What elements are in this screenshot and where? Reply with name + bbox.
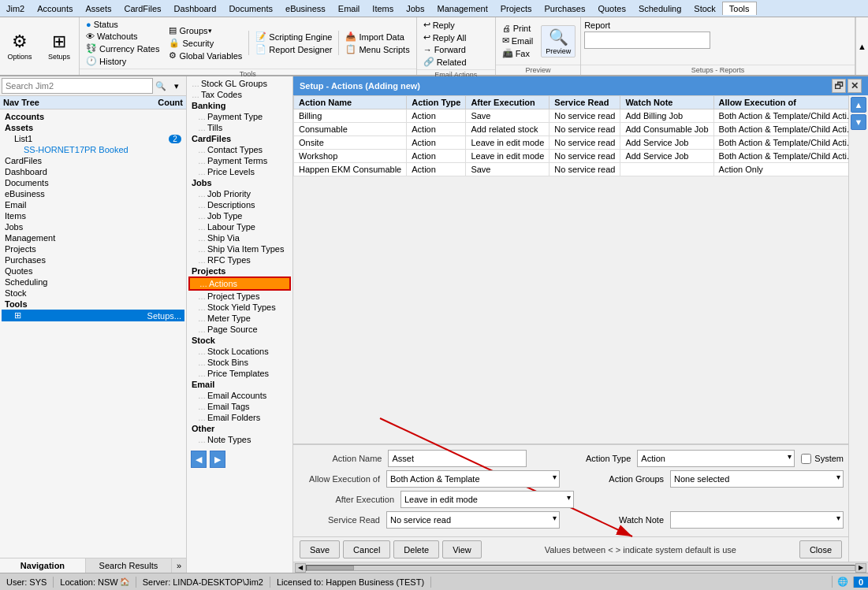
menu-scheduling[interactable]: Scheduling [632, 2, 687, 15]
nav-item-dashboard[interactable]: Dashboard [2, 166, 184, 177]
import-data-button[interactable]: 📥Import Data [342, 31, 412, 43]
status-button[interactable]: ●Status [83, 19, 162, 30]
nav-item-ebusiness[interactable]: eBusiness [2, 188, 184, 199]
options-button[interactable]: ⚙ Options [0, 17, 39, 75]
report-designer-button[interactable]: 📄Report Designer [252, 43, 335, 55]
tree-banking[interactable]: Banking [188, 100, 291, 111]
tree-other-header[interactable]: Other [188, 423, 291, 434]
global-vars-button[interactable]: ⚙Global Variables [166, 50, 245, 61]
nav-tab-search-results[interactable]: Search Results [86, 558, 172, 573]
fax-button[interactable]: 📠Fax [499, 47, 537, 59]
nav-item-cardfiles[interactable]: CardFiles [2, 155, 184, 166]
nav-item-list1[interactable]: List1 2 [2, 133, 184, 144]
tree-payment-type[interactable]: …Payment Type [188, 111, 291, 122]
nav-item-email[interactable]: Email [2, 199, 184, 210]
menu-assets[interactable]: Assets [79, 2, 117, 15]
watch-note-select[interactable] [670, 511, 844, 529]
nav-item-assets[interactable]: Assets [2, 122, 184, 133]
currency-rates-button[interactable]: 💱Currency Rates [83, 43, 162, 54]
table-row[interactable]: Onsite Action Leave in edit mode No serv… [294, 136, 849, 150]
menu-quotes[interactable]: Quotes [591, 2, 631, 15]
tree-scroll-right[interactable]: ▶ [210, 451, 225, 468]
allow-execution-select[interactable]: Both Action & Template Action Only Templ… [386, 470, 560, 488]
menu-scripts-button[interactable]: 📋Menu Scripts [342, 43, 412, 55]
scroll-down-button[interactable]: ▼ [851, 114, 866, 130]
nav-item-projects[interactable]: Projects [2, 243, 184, 254]
tree-scroll-left[interactable]: ◀ [191, 451, 207, 468]
menu-jim2[interactable]: Jim2 [0, 2, 31, 15]
table-container[interactable]: Action Name Action Type After Execution … [293, 95, 848, 443]
table-row[interactable]: Happen EKM Consumable Action Save No ser… [294, 163, 849, 176]
menu-documents[interactable]: Documents [222, 2, 279, 15]
horiz-scrollbar[interactable]: ◀ ▶ [293, 562, 868, 573]
nav-item-management[interactable]: Management [2, 232, 184, 243]
tree-email-accounts[interactable]: …Email Accounts [188, 390, 291, 401]
scripting-engine-button[interactable]: 📝Scripting Engine [252, 31, 335, 43]
tree-tills[interactable]: …Tills [188, 122, 291, 133]
action-groups-select[interactable]: None selected [670, 470, 844, 488]
tree-page-source[interactable]: …Page Source [188, 324, 291, 335]
tree-rfc-types[interactable]: …RFC Types [188, 254, 291, 265]
email-preview-button[interactable]: ✉Email [499, 35, 537, 46]
tree-price-templates[interactable]: …Price Templates [188, 368, 291, 379]
tree-stock-gl-groups[interactable]: …Stock GL Groups [188, 78, 291, 89]
preview-big-button[interactable]: 🔍 Preview [541, 25, 576, 58]
nav-item-accounts[interactable]: Accounts [2, 111, 184, 122]
content-restore-button[interactable]: 🗗 [832, 79, 846, 93]
tree-descriptions[interactable]: …Descriptions [188, 199, 291, 210]
close-button[interactable]: Close [799, 540, 842, 558]
menu-dashboard[interactable]: Dashboard [168, 2, 223, 15]
nav-item-jobs[interactable]: Jobs [2, 221, 184, 232]
menu-stock[interactable]: Stock [687, 2, 722, 15]
nav-item-documents[interactable]: Documents [2, 177, 184, 188]
related-button[interactable]: 🔗Related [420, 56, 470, 68]
groups-button[interactable]: ▤Groups▾ [166, 24, 245, 36]
tree-price-levels[interactable]: …Price Levels [188, 166, 291, 177]
nav-item-tools[interactable]: Tools [2, 299, 184, 310]
action-type-select[interactable]: Action Template Child Action [637, 450, 795, 467]
nav-item-setups[interactable]: ⊞ Setups... [2, 310, 184, 321]
scroll-left-arrow[interactable]: ◀ [295, 563, 306, 573]
tree-actions[interactable]: …Actions [188, 276, 291, 291]
scroll-track[interactable] [306, 565, 855, 571]
toolbar-collapse-button[interactable]: ▲ [855, 17, 868, 75]
cancel-button[interactable]: Cancel [343, 540, 390, 558]
tree-project-types[interactable]: …Project Types [188, 291, 291, 302]
tree-stock-bins[interactable]: …Stock Bins [188, 357, 291, 368]
reply-all-button[interactable]: ↩Reply All [420, 32, 470, 43]
security-button[interactable]: 🔒Security [166, 37, 245, 49]
forward-button[interactable]: →Forward [420, 44, 470, 55]
tree-meter-type[interactable]: …Meter Type [188, 313, 291, 324]
history-button[interactable]: 🕐History [83, 55, 162, 67]
tree-stock-locations[interactable]: …Stock Locations [188, 346, 291, 357]
content-close-button[interactable]: ✕ [848, 79, 862, 93]
menu-projects[interactable]: Projects [494, 2, 538, 15]
nav-item-scheduling[interactable]: Scheduling [2, 276, 184, 288]
after-execution-select[interactable]: Leave in edit mode Save Add related stoc… [400, 491, 574, 508]
tree-email-header[interactable]: Email [188, 379, 291, 390]
nav-item-purchases[interactable]: Purchases [2, 254, 184, 265]
tree-payment-terms[interactable]: …Payment Terms [188, 155, 291, 166]
tree-projects-header[interactable]: Projects [188, 265, 291, 276]
menu-email[interactable]: Email [332, 2, 367, 15]
scroll-right-arrow[interactable]: ▶ [855, 563, 866, 573]
service-read-select[interactable]: No service read Service read [386, 511, 560, 529]
report-input[interactable] [584, 32, 710, 49]
menu-management[interactable]: Management [430, 2, 494, 15]
tree-email-tags[interactable]: …Email Tags [188, 401, 291, 412]
nav-item-stock[interactable]: Stock [2, 288, 184, 299]
tree-job-type[interactable]: …Job Type [188, 210, 291, 221]
delete-button[interactable]: Delete [393, 540, 439, 558]
setups-button[interactable]: ⊞ Setups [39, 17, 79, 75]
menu-purchases[interactable]: Purchases [538, 2, 591, 15]
menu-ebusiness[interactable]: eBusiness [279, 2, 332, 15]
tree-cardfiles-header[interactable]: CardFiles [188, 133, 291, 144]
menu-tools[interactable]: Tools [722, 2, 757, 15]
watchouts-button[interactable]: 👁Watchouts [83, 31, 162, 42]
view-button[interactable]: View [442, 540, 482, 558]
tree-jobs-header[interactable]: Jobs [188, 177, 291, 188]
scroll-up-button[interactable]: ▲ [851, 97, 866, 113]
tree-labour-type[interactable]: …Labour Type [188, 221, 291, 232]
reply-button[interactable]: ↩Reply [420, 19, 470, 31]
tree-email-folders[interactable]: …Email Folders [188, 412, 291, 423]
